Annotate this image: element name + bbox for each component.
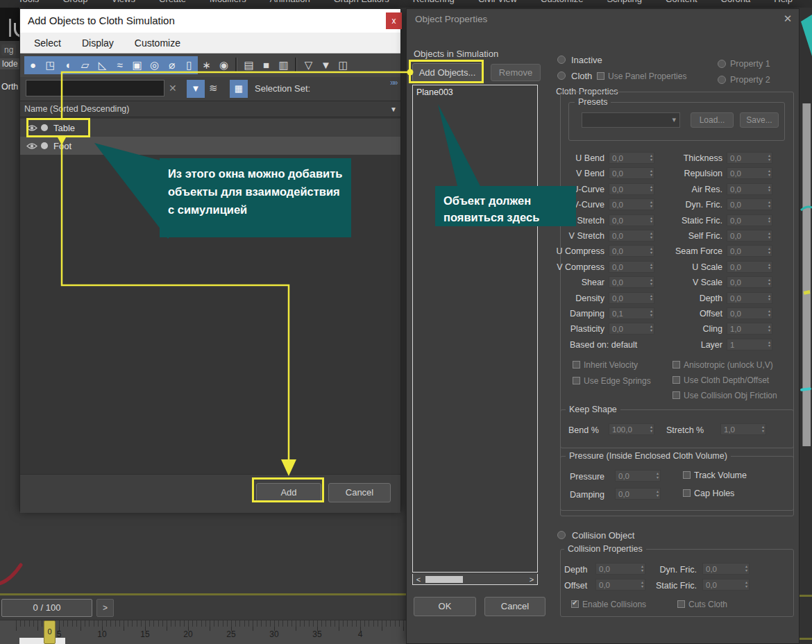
- collision-dyn-fric-field[interactable]: 0,0: [702, 563, 750, 575]
- display-space-warps-icon[interactable]: ≈: [111, 56, 128, 74]
- menu-item-content[interactable]: Content: [666, 0, 697, 8]
- display-none-icon[interactable]: ■: [257, 56, 275, 74]
- menu-item-scripting[interactable]: Scripting: [607, 0, 642, 8]
- menu-item-group[interactable]: Group: [62, 0, 87, 8]
- menu-item-tools[interactable]: Tools: [18, 0, 39, 8]
- menu-item-modifiers[interactable]: Modifiers: [210, 0, 246, 8]
- list-item-foot[interactable]: Foot: [20, 137, 400, 155]
- display-groups-icon[interactable]: ▣: [128, 56, 146, 74]
- param-field-self-fric[interactable]: 0,0: [727, 230, 772, 242]
- selectable-dot-icon[interactable]: [41, 124, 48, 131]
- menu-item-customize[interactable]: Customize: [541, 0, 583, 8]
- scrollbar-thumb[interactable]: [425, 576, 463, 583]
- param-field-offset[interactable]: 0,0: [727, 307, 772, 319]
- display-containers-icon[interactable]: ▯: [180, 56, 198, 74]
- stretch-percent-field[interactable]: 1,0: [720, 423, 766, 435]
- use-panel-properties-checkbox[interactable]: [597, 72, 604, 80]
- selection-basket-icon[interactable]: ◫: [335, 56, 352, 74]
- display-influences-icon[interactable]: ▥: [275, 56, 292, 74]
- load-button[interactable]: Load...: [691, 112, 734, 128]
- add-objects-button[interactable]: Add Objects...: [412, 63, 482, 82]
- param-field-seam-force[interactable]: 0,0: [727, 245, 772, 257]
- pressure-damping-field[interactable]: 0,0: [615, 488, 661, 500]
- display-xrefs-icon[interactable]: ◎: [146, 56, 163, 74]
- param-field-thickness[interactable]: 0,0: [727, 152, 772, 164]
- display-helpers-icon[interactable]: ◺: [94, 56, 111, 74]
- layers-icon[interactable]: ≋: [209, 82, 218, 94]
- scrollbar-track[interactable]: [424, 575, 526, 584]
- scroll-right-arrow[interactable]: >: [526, 575, 537, 584]
- dialog-menu-select[interactable]: Select: [34, 37, 61, 49]
- display-shapes-icon[interactable]: ◳: [42, 56, 59, 74]
- menu-item-views[interactable]: Views: [112, 0, 135, 8]
- display-children-icon[interactable]: ▤: [240, 56, 257, 74]
- pressure-field[interactable]: 0,0: [615, 470, 661, 482]
- collision-static-fric-field[interactable]: 0,0: [702, 579, 750, 591]
- cap-holes-checkbox[interactable]: [683, 489, 691, 497]
- use-cloth-depth-checkbox[interactable]: [673, 376, 680, 384]
- param-field-repulsion[interactable]: 0,0: [727, 167, 772, 179]
- visibility-eye-icon[interactable]: [26, 142, 37, 150]
- remove-button[interactable]: Remove: [491, 64, 541, 81]
- filter-icon[interactable]: ▼: [187, 80, 205, 98]
- collision-object-radio[interactable]: [557, 531, 566, 539]
- collision-offset-field[interactable]: 0,0: [595, 579, 645, 591]
- next-frame-button[interactable]: >: [96, 599, 114, 617]
- menu-item-help[interactable]: Help: [774, 0, 793, 8]
- save-button[interactable]: Save...: [740, 112, 779, 128]
- display-hidden-icon[interactable]: ◉: [215, 56, 232, 74]
- filter-combination-icon[interactable]: ▽: [300, 56, 317, 74]
- inherit-velocity-checkbox[interactable]: [573, 361, 580, 368]
- param-field-v-scale[interactable]: 0,0: [727, 276, 772, 288]
- bend-percent-field[interactable]: 100,0: [609, 423, 654, 435]
- selectable-dot-icon[interactable]: [41, 142, 48, 149]
- clear-search-icon[interactable]: ✕: [169, 83, 177, 94]
- more-chevrons-icon[interactable]: »»: [390, 78, 396, 87]
- property2-radio[interactable]: [718, 76, 726, 84]
- close-button[interactable]: x: [386, 12, 402, 29]
- enable-collisions-checkbox[interactable]: [571, 600, 579, 608]
- param-field-depth[interactable]: 0,0: [727, 292, 772, 304]
- dialog-menu-display[interactable]: Display: [82, 37, 114, 49]
- dialog-titlebar[interactable]: Add Objects to Cloth Simulation x: [20, 9, 400, 33]
- horizontal-scrollbar[interactable]: < >: [412, 574, 538, 585]
- param-field-u-scale[interactable]: 0,0: [727, 261, 772, 273]
- param-field-dyn-fric[interactable]: 0,0: [727, 198, 772, 210]
- menu-item-animation[interactable]: Animation: [270, 0, 310, 8]
- time-slider-marker[interactable]: 0: [44, 620, 56, 644]
- cloth-radio[interactable]: [557, 71, 566, 80]
- filter-selection-icon[interactable]: ▼: [317, 56, 335, 74]
- property1-radio[interactable]: [718, 60, 726, 68]
- ok-button[interactable]: OK: [414, 597, 476, 616]
- list-item-plane003[interactable]: Plane003: [416, 87, 453, 97]
- menu-item-create[interactable]: Create: [159, 0, 186, 8]
- menu-item-rendering[interactable]: Rendering: [413, 0, 455, 8]
- use-collision-friction-checkbox[interactable]: [673, 391, 680, 399]
- close-icon[interactable]: ✕: [781, 12, 794, 25]
- hierarchy-icon[interactable]: ▦: [230, 80, 248, 98]
- menu-item-graph-editors[interactable]: Graph Editors: [334, 0, 389, 8]
- scroll-left-arrow[interactable]: <: [413, 575, 424, 584]
- sort-arrow-icon[interactable]: ▼: [390, 105, 397, 113]
- display-lights-icon[interactable]: ◖: [59, 56, 76, 74]
- add-button[interactable]: Add: [256, 483, 321, 502]
- display-cameras-icon[interactable]: ▱: [76, 56, 94, 74]
- search-input[interactable]: [26, 80, 164, 96]
- visibility-eye-icon[interactable]: [26, 124, 37, 132]
- anisotropic-checkbox[interactable]: [673, 361, 680, 368]
- param-field-layer[interactable]: 1: [727, 339, 772, 350]
- display-frozen-icon[interactable]: ∗: [198, 56, 215, 74]
- presets-dropdown[interactable]: [582, 112, 680, 128]
- list-item-table[interactable]: Table: [20, 119, 400, 137]
- track-volume-checkbox[interactable]: [683, 471, 691, 479]
- cuts-cloth-checkbox[interactable]: [677, 600, 685, 608]
- menu-item-corona[interactable]: Corona: [721, 0, 751, 8]
- frame-indicator[interactable]: 0 / 100: [1, 599, 92, 617]
- collision-depth-field[interactable]: 0,0: [595, 563, 645, 575]
- dialog-menu-customize[interactable]: Customize: [135, 37, 180, 49]
- display-geometry-icon[interactable]: ●: [24, 56, 42, 74]
- cancel-button[interactable]: Cancel: [328, 483, 391, 502]
- param-field-static-fric[interactable]: 0,0: [727, 214, 772, 226]
- list-column-header[interactable]: Name (Sorted Descending) ▼: [20, 101, 400, 117]
- use-edge-springs-checkbox[interactable]: [573, 377, 580, 384]
